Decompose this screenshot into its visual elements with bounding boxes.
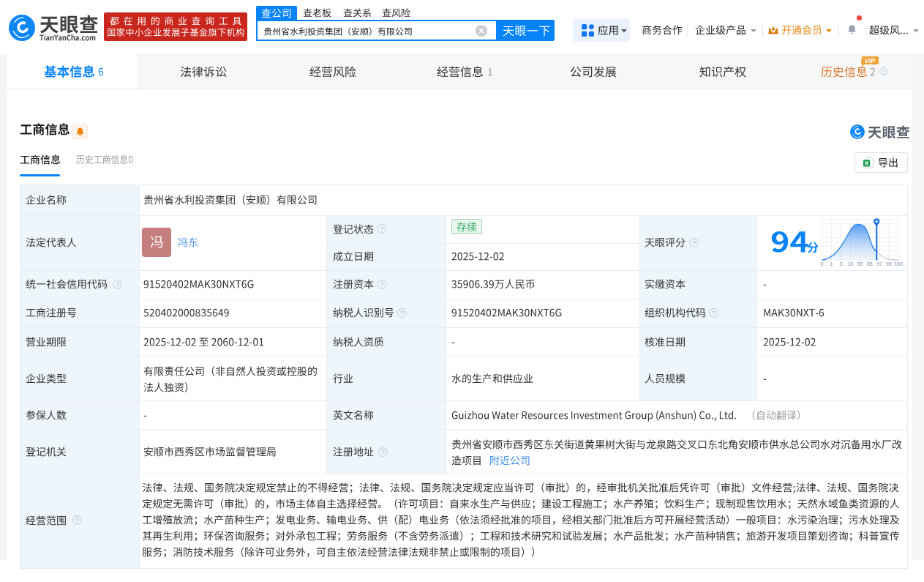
svg-text:3: 3 (840, 261, 843, 266)
svg-text:100: 100 (894, 261, 903, 266)
svg-text:?: ? (380, 447, 384, 455)
svg-text:0: 0 (820, 261, 823, 266)
svg-text:?: ? (379, 280, 383, 288)
svg-text:15: 15 (848, 261, 854, 266)
svg-text:?: ? (399, 308, 403, 316)
svg-text:?: ? (882, 69, 885, 75)
svg-text:1: 1 (830, 261, 833, 266)
svg-text:VIP: VIP (865, 57, 876, 64)
svg-text:?: ? (75, 516, 78, 524)
svg-text:?: ? (691, 238, 695, 246)
svg-text:?: ? (115, 280, 119, 288)
svg-text:?: ? (711, 308, 715, 316)
svg-text:?: ? (379, 225, 383, 233)
svg-text:97: 97 (876, 261, 882, 266)
svg-text:50: 50 (857, 261, 863, 266)
svg-text:85: 85 (867, 261, 873, 266)
svg-text:99: 99 (886, 261, 892, 266)
